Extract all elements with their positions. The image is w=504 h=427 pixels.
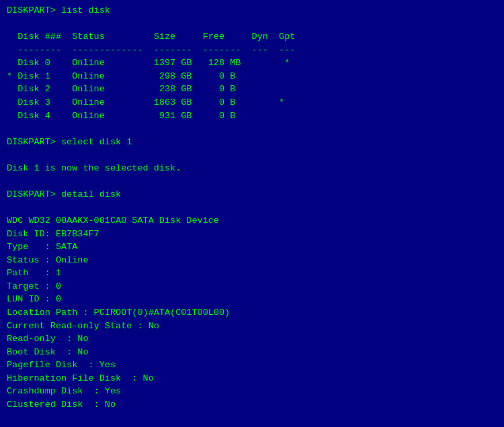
terminal-line: Target : 0 — [7, 280, 497, 293]
terminal-line: Disk 1 is now the selected disk. — [7, 162, 497, 175]
terminal-line: Disk 3 Online 1863 GB 0 B * — [7, 96, 497, 109]
terminal-line: Read-only : No — [7, 332, 497, 346]
terminal-line: Status : Online — [7, 254, 497, 267]
terminal-line: LUN ID : 0 — [7, 293, 497, 306]
terminal-line: Disk ### Status Size Free Dyn Gpt — [7, 30, 497, 44]
terminal-line: Hibernation File Disk : No — [7, 372, 497, 385]
terminal-output: DISKPART> list disk Disk ### Status Size… — [7, 4, 497, 427]
terminal-line: Path : 1 — [7, 267, 497, 280]
terminal-line: Crashdump Disk : Yes — [7, 385, 497, 398]
terminal-line: Current Read-only State : No — [7, 320, 497, 333]
terminal-line: Location Path : PCIROOT(0)#ATA(C01T00L00… — [7, 306, 497, 320]
terminal-line: Volume ### Ltr Label Fs Type Size Status… — [7, 424, 497, 427]
terminal-window: DISKPART> list disk Disk ### Status Size… — [0, 0, 504, 427]
terminal-line — [7, 201, 497, 214]
terminal-line — [7, 411, 497, 424]
terminal-line: Disk 2 Online 238 GB 0 B — [7, 83, 497, 96]
terminal-line: DISKPART> select disk 1 — [7, 136, 497, 149]
terminal-line: Pagefile Disk : Yes — [7, 359, 497, 372]
terminal-line: Clustered Disk : No — [7, 398, 497, 412]
terminal-line — [7, 17, 497, 31]
terminal-line: Disk 4 Online 931 GB 0 B — [7, 109, 497, 123]
terminal-line — [7, 175, 497, 188]
terminal-line: Disk ID: EB7B34F7 — [7, 228, 497, 241]
terminal-line: -------- ------------- ------- ------- -… — [7, 44, 497, 57]
terminal-line: * Disk 1 Online 298 GB 0 B — [7, 70, 497, 83]
terminal-line: DISKPART> detail disk — [7, 188, 497, 201]
terminal-line: DISKPART> list disk — [7, 4, 497, 17]
terminal-line: Type : SATA — [7, 240, 497, 254]
terminal-line: WDC WD32 00AAKX-001CA0 SATA Disk Device — [7, 214, 497, 228]
terminal-line — [7, 122, 497, 136]
terminal-line: Disk 0 Online 1397 GB 128 MB * — [7, 56, 497, 70]
terminal-line — [7, 148, 497, 162]
terminal-line: Boot Disk : No — [7, 346, 497, 359]
